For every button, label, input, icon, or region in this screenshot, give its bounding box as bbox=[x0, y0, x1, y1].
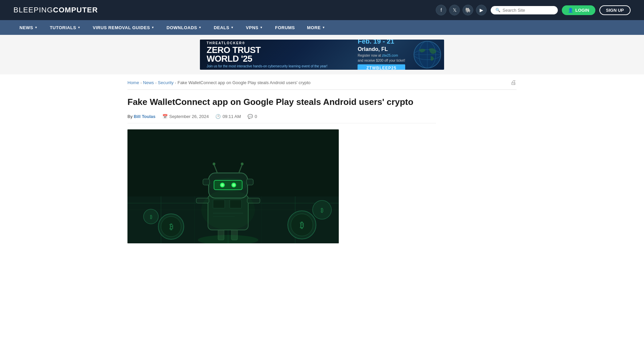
article-date: 📅 September 26, 2024 bbox=[162, 114, 209, 119]
breadcrumb-sep-3: › bbox=[175, 81, 176, 85]
signup-button[interactable]: SIGN UP bbox=[599, 5, 631, 15]
ad-right: Feb. 19 - 21 Orlando, FL Register now at… bbox=[352, 40, 411, 70]
logo-suffix: COMPUTER bbox=[53, 6, 98, 14]
article-image: ₿ ₿ ₿ ₿ bbox=[127, 129, 339, 243]
header-right: f 𝕏 🐘 ▶ 🔍 👤 LOGIN SIGN UP bbox=[436, 5, 631, 15]
site-logo[interactable]: BLEEPINGCOMPUTER bbox=[13, 6, 98, 14]
calendar-icon: 📅 bbox=[162, 114, 168, 119]
article-author: By Bill Toulas bbox=[127, 114, 156, 119]
svg-point-49 bbox=[201, 190, 255, 230]
login-button[interactable]: 👤 LOGIN bbox=[562, 5, 595, 15]
ad-banner: THREATLOCKER® ZERO TRUST WORLD '25 Join … bbox=[0, 35, 644, 74]
nav-news[interactable]: NEWS ▼ bbox=[13, 20, 44, 35]
ad-inner[interactable]: THREATLOCKER® ZERO TRUST WORLD '25 Join … bbox=[200, 40, 444, 70]
nav-deals[interactable]: DEALS ▼ bbox=[208, 20, 240, 35]
ad-title: ZERO TRUST WORLD '25 bbox=[207, 46, 345, 63]
chevron-down-icon: ▼ bbox=[35, 26, 38, 29]
twitter-icon[interactable]: 𝕏 bbox=[449, 5, 460, 15]
svg-text:₿: ₿ bbox=[321, 207, 323, 213]
ad-link: ztw25.com bbox=[382, 54, 398, 57]
print-icon[interactable]: 🖨 bbox=[511, 79, 517, 86]
breadcrumb-home[interactable]: Home bbox=[127, 80, 139, 85]
nav-more[interactable]: MORE ▼ bbox=[301, 20, 331, 35]
mastodon-icon[interactable]: 🐘 bbox=[463, 5, 473, 15]
user-icon: 👤 bbox=[568, 8, 573, 13]
breadcrumb-sep-2: › bbox=[155, 81, 157, 85]
chevron-down-icon: ▼ bbox=[260, 26, 263, 29]
social-icons: f 𝕏 🐘 ▶ bbox=[436, 5, 487, 15]
comment-icon: 💬 bbox=[248, 114, 253, 119]
chevron-down-icon: ▼ bbox=[322, 26, 325, 29]
site-header: BLEEPINGCOMPUTER f 𝕏 🐘 ▶ 🔍 👤 LOGIN SIGN … bbox=[0, 0, 644, 20]
ad-left: THREATLOCKER® ZERO TRUST WORLD '25 Join … bbox=[200, 40, 352, 70]
nav-forums[interactable]: FORUMS bbox=[269, 20, 301, 35]
article-meta: By Bill Toulas 📅 September 26, 2024 🕐 09… bbox=[127, 114, 436, 123]
chevron-down-icon: ▼ bbox=[231, 26, 234, 29]
content-wrapper: Home › News › Security › Fake WalletConn… bbox=[121, 74, 523, 243]
globe-icon bbox=[411, 40, 444, 70]
svg-point-45 bbox=[241, 163, 244, 165]
article-area: Fake WalletConnect app on Google Play st… bbox=[127, 90, 517, 243]
article-main: Fake WalletConnect app on Google Play st… bbox=[127, 97, 436, 243]
chevron-down-icon: ▼ bbox=[77, 26, 80, 29]
search-icon: 🔍 bbox=[495, 8, 500, 12]
logo-prefix: BLEEPING bbox=[13, 6, 53, 14]
ad-register: Register now at ztw25.com bbox=[358, 54, 405, 57]
svg-text:₿: ₿ bbox=[300, 221, 304, 230]
breadcrumb: Home › News › Security › Fake WalletConn… bbox=[127, 74, 517, 90]
breadcrumb-sep-1: › bbox=[141, 81, 142, 85]
search-input[interactable] bbox=[502, 8, 553, 13]
svg-point-48 bbox=[208, 178, 248, 191]
facebook-icon[interactable]: f bbox=[436, 5, 446, 15]
nav-virus-removal[interactable]: VIRUS REMOVAL GUIDES ▼ bbox=[87, 20, 161, 35]
article-title: Fake WalletConnect app on Google Play st… bbox=[127, 97, 436, 108]
article-comments[interactable]: 💬 0 bbox=[248, 114, 257, 119]
ad-promo-code: ZTWBLEEP25 bbox=[358, 64, 405, 70]
ad-discount: and receive $200 off your ticket! bbox=[358, 59, 405, 62]
author-link[interactable]: Bill Toulas bbox=[134, 114, 156, 119]
chevron-down-icon: ▼ bbox=[199, 26, 202, 29]
ad-subtitle: Join us for the most interactive hands-o… bbox=[207, 64, 345, 68]
nav-downloads[interactable]: DOWNLOADS ▼ bbox=[161, 20, 208, 35]
ad-location: Orlando, FL bbox=[358, 46, 405, 52]
clock-icon: 🕐 bbox=[215, 114, 221, 119]
article-time: 🕐 09:11 AM bbox=[215, 114, 241, 119]
ad-date: Feb. 19 - 21 bbox=[358, 40, 405, 45]
breadcrumb-news[interactable]: News bbox=[143, 80, 154, 85]
main-nav: NEWS ▼ TUTORIALS ▼ VIRUS REMOVAL GUIDES … bbox=[0, 20, 644, 35]
svg-text:₿: ₿ bbox=[169, 223, 173, 231]
breadcrumb-security[interactable]: Security bbox=[158, 80, 174, 85]
svg-text:₿: ₿ bbox=[150, 215, 152, 220]
nav-vpns[interactable]: VPNS ▼ bbox=[240, 20, 269, 35]
youtube-icon[interactable]: ▶ bbox=[476, 5, 487, 15]
nav-tutorials[interactable]: TUTORIALS ▼ bbox=[44, 20, 87, 35]
breadcrumb-current: Fake WalletConnect app on Google Play st… bbox=[177, 80, 311, 85]
chevron-down-icon: ▼ bbox=[151, 26, 154, 29]
svg-point-43 bbox=[213, 163, 215, 165]
ad-brand: THREATLOCKER® bbox=[207, 41, 345, 45]
search-bar[interactable]: 🔍 bbox=[491, 6, 558, 14]
